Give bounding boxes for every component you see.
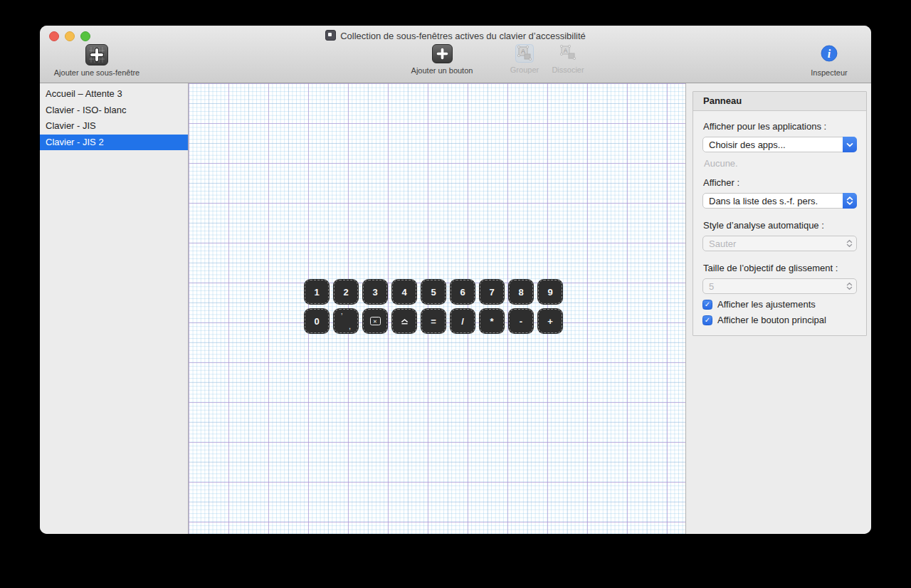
key-2[interactable]: 2 [334,280,358,304]
add-panel-icon [85,44,108,65]
dwell-size-stepper: 5 [702,278,857,294]
key-3[interactable]: 3 [363,280,387,304]
scan-style-popup: Sauter [702,236,857,251]
key-quote-comma[interactable]: ’, [334,309,358,333]
show-adjustments-label: Afficher les ajustements [717,299,816,310]
stepper-chevrons-icon [842,282,856,290]
panel-canvas[interactable]: 1234567890’,✕=/*-+ [189,83,685,534]
show-for-apps-label: Afficher pour les applications : [703,121,857,132]
titlebar: Collection de sous-fenêtres actives du c… [40,26,871,83]
choose-apps-dropdown[interactable]: Choisir des apps... [702,137,857,152]
inspector-label: Inspecteur [811,68,847,77]
sidebar-item[interactable]: Clavier - JIS [40,118,188,135]
ungroup-label: Dissocier [552,65,584,74]
inspector-header: Panneau [693,92,866,111]
key-*[interactable]: * [480,309,504,333]
key-9[interactable]: 9 [538,280,562,304]
group-label: Grouper [510,65,539,74]
enter-icon [400,318,409,325]
show-main-button-label: Afficher le bouton principal [717,315,826,325]
group-icon: A [515,44,534,63]
inspector-pane: Panneau Afficher pour les applications :… [685,83,871,534]
document-proxy-icon [325,30,336,41]
show-adjustments-row: ✓ Afficher les ajustements [702,299,857,310]
add-button-button[interactable]: Ajouter un bouton [401,44,483,75]
add-panel-label: Ajouter une sous-fenêtre [54,68,139,77]
window-title: Collection de sous-fenêtres actives du c… [40,30,871,41]
window-content: Accueil – Attente 3Clavier - ISO- blancC… [40,83,871,534]
chevron-down-icon [843,137,857,152]
sidebar-item[interactable]: Clavier - JIS 2 [40,135,188,151]
delete-icon: ✕ [370,317,381,325]
chevron-up-down-icon [843,193,857,209]
checkbox-checked-icon[interactable]: ✓ [702,315,712,325]
panel-inspector-box: Panneau Afficher pour les applications :… [693,91,867,336]
panel-editor-window: Collection de sous-fenêtres actives du c… [40,26,871,534]
key-6[interactable]: 6 [451,280,475,304]
sidebar-item[interactable]: Accueil – Attente 3 [40,86,188,103]
key-8[interactable]: 8 [509,280,533,304]
key-1[interactable]: 1 [305,280,329,304]
apps-none-text: Aucune. [704,158,857,169]
group-button: A Grouper [506,44,543,74]
key-enter[interactable] [392,309,416,333]
svg-text:A: A [564,47,568,54]
show-main-button-row: ✓ Afficher le bouton principal [702,315,857,325]
scan-style-label: Style d’analyse automatique : [703,220,857,231]
scan-style-value: Sauter [703,238,842,249]
add-button-label: Ajouter un bouton [411,66,473,75]
choose-apps-value: Choisir des apps... [703,140,843,150]
panel-list: Accueil – Attente 3Clavier - ISO- blancC… [40,83,189,534]
ungroup-button: A Dissocier [547,44,589,74]
dwell-size-label: Taille de l’objectif de glissement : [703,263,857,273]
numeric-keypad-group[interactable]: 1234567890’,✕=/*-+ [305,280,562,333]
display-value: Dans la liste des s.-f. pers. [703,196,843,206]
window-title-text: Collection de sous-fenêtres actives du c… [340,31,586,41]
key-/[interactable]: / [451,309,475,333]
key-7[interactable]: 7 [480,280,504,304]
key-4[interactable]: 4 [392,280,416,304]
dwell-size-value: 5 [703,281,842,292]
key--[interactable]: - [509,309,533,333]
key-5[interactable]: 5 [421,280,446,304]
key-=[interactable]: = [421,309,446,333]
inspector-info-icon: i [820,44,838,65]
checkbox-checked-icon[interactable]: ✓ [702,300,712,310]
key-0[interactable]: 0 [305,309,329,333]
display-label: Afficher : [703,177,857,188]
inspector-button[interactable]: i Inspecteur [804,44,854,77]
chevron-up-down-gray-icon [842,239,856,248]
key-+[interactable]: + [538,309,562,333]
sidebar-item[interactable]: Clavier - ISO- blanc [40,103,188,119]
key-delete[interactable]: ✕ [363,309,387,333]
add-panel-button[interactable]: Ajouter une sous-fenêtre [47,44,147,77]
svg-text:i: i [828,48,831,60]
add-button-icon [432,44,453,63]
ungroup-icon: A [559,44,577,63]
display-popup[interactable]: Dans la liste des s.-f. pers. [702,193,857,209]
